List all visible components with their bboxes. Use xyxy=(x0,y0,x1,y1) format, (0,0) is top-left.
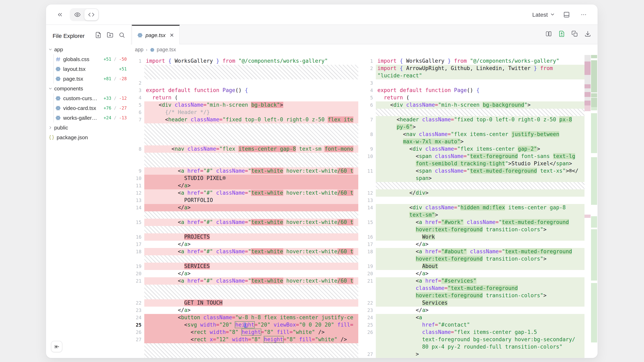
diff-pane-modified[interactable]: 1import { WorksGallery } from "@/compone… xyxy=(358,55,584,358)
sidebar-folder-components[interactable]: components xyxy=(46,83,131,93)
split-view-button[interactable] xyxy=(545,30,552,39)
sidebar-file-videocard.tsx[interactable]: video-card.tsx+76 / -27 xyxy=(46,103,131,113)
code-line[interactable]: 11 </a> xyxy=(131,182,358,189)
collapse-sidebar-button[interactable] xyxy=(51,341,62,352)
code-line[interactable]: hover:text-foreground transition-colors"… xyxy=(358,226,584,233)
tree-chevron[interactable] xyxy=(46,47,54,51)
code-line[interactable]: 22 GET IN TOUCH xyxy=(131,299,358,307)
code-line[interactable]: 7 <header className="fixed top-0 left-0 … xyxy=(358,116,584,123)
code-line[interactable]: 9 <a href="#" className="text-white hove… xyxy=(131,167,358,175)
code-line[interactable]: 3export default function Page() { xyxy=(131,87,358,94)
code-line[interactable]: 5 <div className="min-h-screen bg-black"… xyxy=(131,101,358,109)
code-line[interactable]: 24 <a xyxy=(358,314,584,321)
code-line[interactable]: 27 <rect x="12" width="8" height="8" fil… xyxy=(131,336,358,343)
code-line[interactable]: 20 </a> xyxy=(131,270,358,277)
code-line[interactable]: 10 <span className="text-foreground font… xyxy=(358,153,584,160)
code-line[interactable]: 6 <div className="min-h-screen bg-backgr… xyxy=(358,101,584,109)
collapse-panel-button[interactable] xyxy=(54,9,66,20)
code-toggle[interactable] xyxy=(84,9,98,20)
code-line[interactable]: 24 <button className="w-8 h-8 flex items… xyxy=(131,314,358,321)
code-line[interactable]: 13 xyxy=(358,197,584,204)
code-line[interactable]: 11 <span className="text-muted-foregroun… xyxy=(358,167,584,175)
code-line[interactable]: className="text-muted-foreground xyxy=(358,285,584,292)
code-line[interactable]: 26 className="flex items-center gap-1.5 xyxy=(358,329,584,336)
sidebar-file-package.json[interactable]: package.json xyxy=(46,132,131,142)
new-folder-button[interactable] xyxy=(107,32,113,40)
code-line[interactable]: 25 <svg width="20" height="20" viewBox="… xyxy=(131,321,358,329)
code-line[interactable]: hover:text-foreground transition-colors"… xyxy=(358,292,584,299)
tree-chevron[interactable] xyxy=(46,125,54,130)
search-button[interactable] xyxy=(118,32,125,40)
panel-bottom-button[interactable] xyxy=(561,9,572,20)
breadcrumb-folder[interactable]: app xyxy=(135,47,144,52)
file-diff-button[interactable] xyxy=(558,30,565,39)
code-line[interactable]: 15 <a href="#" className="text-white hov… xyxy=(131,219,358,226)
code-line[interactable]: 20 </a> xyxy=(358,270,584,277)
code-line[interactable]: 10 STUDIO PIXEL® xyxy=(131,175,358,182)
code-line[interactable]: 8 <nav className="flex items-center gap-… xyxy=(131,145,358,153)
code-line[interactable]: 5 return ( xyxy=(358,94,584,101)
tab-close-icon[interactable]: ✕ xyxy=(170,32,174,38)
code-line[interactable]: 1import { WorksGallery } from "@/compone… xyxy=(358,57,584,65)
code-line[interactable]: 7 <header className="fixed top-0 left-0 … xyxy=(131,116,358,123)
code-line[interactable]: 9 <div className="flex items-center gap-… xyxy=(358,145,584,153)
sidebar-folder-public[interactable]: public xyxy=(46,123,131,132)
sidebar-file-layout.tsx[interactable]: layout.tsx+51 xyxy=(46,64,131,74)
new-file-button[interactable] xyxy=(95,32,102,40)
code-line[interactable]: 14 </a> xyxy=(131,204,358,211)
code-line[interactable]: text-foreground bg-secondary hover:bg-se… xyxy=(358,336,584,343)
code-line[interactable]: 18 <a href="#" className="text-white hov… xyxy=(131,248,358,255)
download-button[interactable] xyxy=(584,30,591,39)
code-line[interactable]: 19 About xyxy=(358,263,584,270)
sidebar-file-globals.css[interactable]: globals.css+51 / -50 xyxy=(46,54,131,64)
code-line[interactable]: 21 <a href="#services" xyxy=(358,277,584,285)
version-dropdown[interactable]: Latest xyxy=(532,11,555,18)
code-line[interactable]: 13 PORTFOLIO xyxy=(131,197,358,204)
tree-chevron[interactable] xyxy=(46,86,54,91)
code-line[interactable]: 19 SERVICES xyxy=(131,263,358,270)
code-line[interactable]: 4 return ( xyxy=(131,94,358,101)
code-line[interactable]: 16 Work xyxy=(358,233,584,241)
code-line[interactable]: 25 href="#contact" xyxy=(358,321,584,329)
code-line[interactable]: 80 px-4 py-2 rounded-full transition-col… xyxy=(358,343,584,351)
code-line[interactable]: 12 <a href="#" className="text-white hov… xyxy=(131,189,358,197)
code-line[interactable]: 17 </a> xyxy=(358,241,584,248)
code-line[interactable]: 27 > xyxy=(358,351,584,358)
code-line[interactable]: 23 </a> xyxy=(131,307,358,314)
code-line[interactable]: 23 </a> xyxy=(358,307,584,314)
sidebar-file-customcurs[interactable]: custom-curs…+33 / -12 xyxy=(46,93,131,103)
code-line[interactable]: 6 {/* Header */} xyxy=(131,109,358,116)
preview-toggle[interactable] xyxy=(70,9,84,20)
code-line[interactable]: py-6"> xyxy=(358,123,584,131)
code-line[interactable]: 8 <nav className="flex items-center just… xyxy=(358,131,584,138)
sidebar-file-worksgaller[interactable]: works-galler…+24 / -13 xyxy=(46,113,131,123)
tab-page-tsx[interactable]: page.tsx ✕ xyxy=(132,25,180,44)
code-line[interactable]: span> xyxy=(358,175,584,182)
code-line[interactable]: 3 xyxy=(358,79,584,87)
code-line[interactable]: 1import { WorksGallery } from "@/compone… xyxy=(131,57,358,65)
code-line[interactable]: max-w-7xl mx-auto"> xyxy=(358,138,584,145)
sidebar-folder-app[interactable]: app xyxy=(46,44,131,54)
sidebar-file-page.tsx[interactable]: page.tsx+81 / -28 xyxy=(46,74,131,83)
code-line[interactable]: "lucide-react" xyxy=(358,72,584,79)
code-line[interactable]: text-sm"> xyxy=(358,211,584,219)
code-line[interactable]: 18 <a href="#about" className="text-mute… xyxy=(358,248,584,255)
code-line[interactable]: 22 Services xyxy=(358,299,584,307)
code-line[interactable]: 4export default function Page() { xyxy=(358,87,584,94)
code-line[interactable]: 15 <a href="#work" className="text-muted… xyxy=(358,219,584,226)
diff-minimap[interactable] xyxy=(584,55,598,358)
code-line[interactable]: 26 <rect width="8" height="8" fill="whit… xyxy=(131,329,358,336)
code-line[interactable]: 14 <div className="hidden md:flex items-… xyxy=(358,204,584,211)
code-line[interactable]: 2 xyxy=(131,79,358,87)
copy-button[interactable] xyxy=(572,30,578,39)
diff-pane-original[interactable]: 1import { WorksGallery } from "@/compone… xyxy=(131,55,358,358)
code-line[interactable]: 12 </div> xyxy=(358,189,584,197)
code-line[interactable]: font-semibold tracking-tight">Studio Pix… xyxy=(358,160,584,167)
code-line[interactable]: 17 </a> xyxy=(131,241,358,248)
code-line[interactable]: 2import { ArrowUpRight, Github, Linkedin… xyxy=(358,65,584,72)
code-line[interactable]: hover:text-foreground transition-colors"… xyxy=(358,255,584,263)
code-line[interactable]: 21 <a href="#" className="text-white hov… xyxy=(131,277,358,285)
more-options-button[interactable] xyxy=(578,9,590,20)
code-line[interactable]: 16 PROJECTS xyxy=(131,233,358,241)
line-number: 7 xyxy=(131,116,144,123)
